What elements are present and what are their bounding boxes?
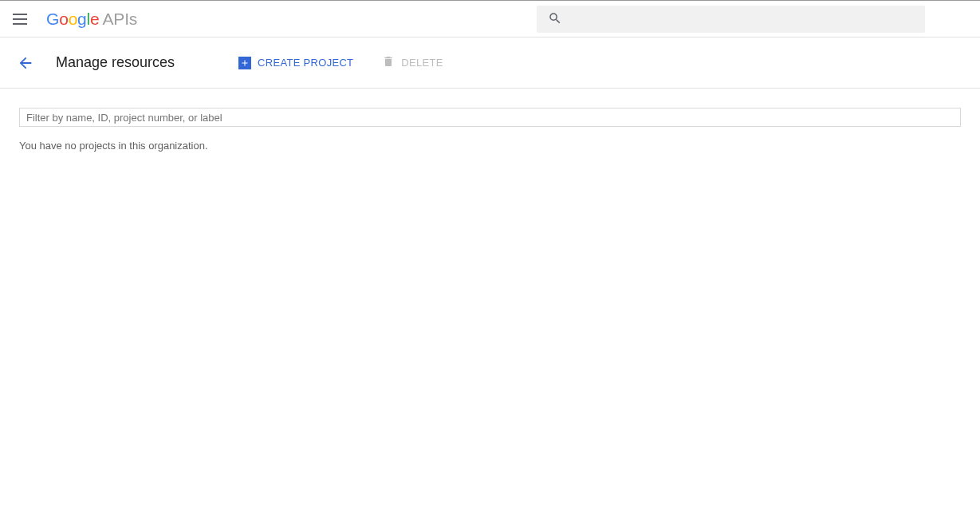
- delete-button: Delete: [382, 55, 443, 70]
- action-bar: Manage resources Create Project Delete: [0, 37, 980, 89]
- search-box[interactable]: [537, 6, 925, 33]
- action-group: Create Project Delete: [238, 55, 443, 70]
- logo-suffix: APIs: [103, 10, 138, 29]
- google-apis-logo[interactable]: Google APIs: [46, 10, 137, 29]
- filter-input[interactable]: [19, 108, 961, 127]
- menu-icon[interactable]: [13, 10, 32, 29]
- search-icon: [548, 11, 562, 28]
- top-header: Google APIs: [0, 1, 980, 37]
- plus-icon: [238, 57, 251, 69]
- page-title: Manage resources: [56, 54, 175, 71]
- delete-label: Delete: [401, 57, 443, 69]
- back-arrow-icon[interactable]: [16, 53, 35, 73]
- search-input[interactable]: [572, 13, 914, 26]
- empty-state-message: You have no projects in this organizatio…: [19, 140, 961, 152]
- trash-icon: [382, 55, 395, 70]
- create-project-label: Create Project: [258, 57, 353, 69]
- create-project-button[interactable]: Create Project: [238, 57, 353, 69]
- content-area: You have no projects in this organizatio…: [0, 89, 980, 152]
